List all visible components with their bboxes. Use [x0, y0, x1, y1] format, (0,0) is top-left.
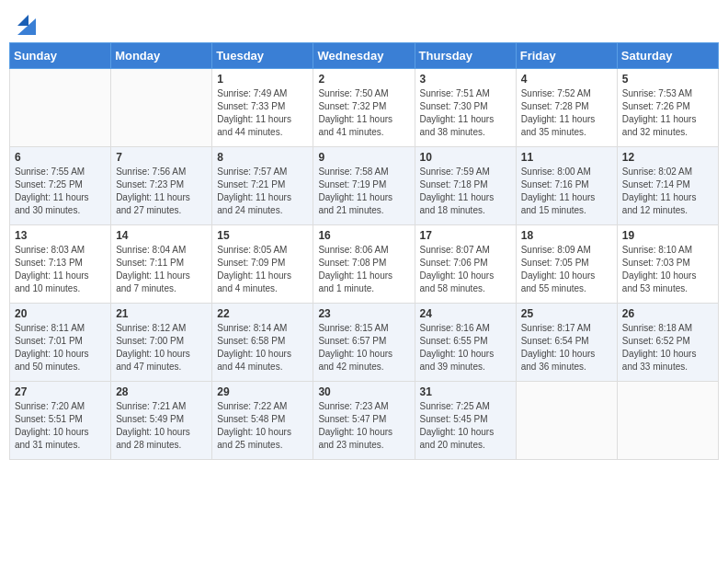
calendar-day-cell: 11Sunrise: 8:00 AM Sunset: 7:16 PM Dayli… — [516, 147, 617, 225]
day-number: 7 — [116, 151, 207, 164]
day-info: Sunrise: 8:03 AM Sunset: 7:13 PM Dayligh… — [15, 244, 106, 295]
calendar-day-cell: 6Sunrise: 7:55 AM Sunset: 7:25 PM Daylig… — [10, 147, 111, 225]
day-number: 4 — [521, 73, 612, 86]
day-info: Sunrise: 8:18 AM Sunset: 6:52 PM Dayligh… — [622, 322, 713, 373]
day-info: Sunrise: 7:50 AM Sunset: 7:32 PM Dayligh… — [318, 87, 409, 139]
calendar-day-cell: 26Sunrise: 8:18 AM Sunset: 6:52 PM Dayli… — [617, 304, 718, 382]
day-number: 13 — [15, 229, 106, 242]
calendar-empty-cell — [617, 382, 718, 460]
day-number: 28 — [116, 385, 207, 398]
calendar-empty-cell — [516, 382, 617, 460]
calendar-day-cell: 13Sunrise: 8:03 AM Sunset: 7:13 PM Dayli… — [10, 225, 111, 304]
logo — [14, 9, 36, 35]
calendar-day-cell: 14Sunrise: 8:04 AM Sunset: 7:11 PM Dayli… — [111, 225, 212, 304]
day-info: Sunrise: 8:12 AM Sunset: 7:00 PM Dayligh… — [116, 322, 207, 373]
day-number: 21 — [116, 307, 207, 320]
svg-marker-1 — [17, 15, 28, 26]
calendar-day-cell: 31Sunrise: 7:25 AM Sunset: 5:45 PM Dayli… — [415, 382, 516, 460]
day-info: Sunrise: 7:25 AM Sunset: 5:45 PM Dayligh… — [420, 400, 511, 452]
day-info: Sunrise: 7:22 AM Sunset: 5:48 PM Dayligh… — [217, 400, 308, 452]
day-info: Sunrise: 8:16 AM Sunset: 6:55 PM Dayligh… — [420, 322, 511, 373]
calendar-day-cell: 9Sunrise: 7:58 AM Sunset: 7:19 PM Daylig… — [313, 147, 415, 225]
calendar-day-cell: 8Sunrise: 7:57 AM Sunset: 7:21 PM Daylig… — [212, 147, 313, 225]
calendar-empty-cell — [111, 69, 212, 147]
day-number: 16 — [318, 229, 409, 242]
calendar-day-cell: 4Sunrise: 7:52 AM Sunset: 7:28 PM Daylig… — [516, 69, 617, 147]
day-info: Sunrise: 7:23 AM Sunset: 5:47 PM Dayligh… — [318, 400, 409, 452]
day-of-week-header: Thursday — [415, 43, 516, 69]
day-number: 1 — [217, 73, 308, 86]
calendar-day-cell: 3Sunrise: 7:51 AM Sunset: 7:30 PM Daylig… — [415, 69, 516, 147]
day-number: 19 — [622, 229, 713, 242]
day-number: 27 — [15, 385, 106, 398]
day-number: 14 — [116, 229, 207, 242]
day-info: Sunrise: 7:49 AM Sunset: 7:33 PM Dayligh… — [217, 87, 308, 139]
calendar-day-cell: 17Sunrise: 8:07 AM Sunset: 7:06 PM Dayli… — [415, 225, 516, 304]
calendar-day-cell: 16Sunrise: 8:06 AM Sunset: 7:08 PM Dayli… — [313, 225, 415, 304]
day-info: Sunrise: 8:15 AM Sunset: 6:57 PM Dayligh… — [318, 322, 409, 373]
day-info: Sunrise: 8:06 AM Sunset: 7:08 PM Dayligh… — [318, 244, 409, 295]
calendar-table: SundayMondayTuesdayWednesdayThursdayFrid… — [9, 42, 719, 460]
calendar-day-cell: 24Sunrise: 8:16 AM Sunset: 6:55 PM Dayli… — [415, 304, 516, 382]
day-number: 3 — [420, 73, 511, 86]
day-of-week-header: Sunday — [10, 43, 111, 69]
calendar-day-cell: 28Sunrise: 7:21 AM Sunset: 5:49 PM Dayli… — [111, 382, 212, 460]
day-number: 29 — [217, 385, 308, 398]
calendar-day-cell: 23Sunrise: 8:15 AM Sunset: 6:57 PM Dayli… — [313, 304, 415, 382]
day-info: Sunrise: 7:58 AM Sunset: 7:19 PM Dayligh… — [318, 166, 409, 217]
calendar-week-row: 13Sunrise: 8:03 AM Sunset: 7:13 PM Dayli… — [10, 225, 719, 304]
day-number: 15 — [217, 229, 308, 242]
calendar-week-row: 1Sunrise: 7:49 AM Sunset: 7:33 PM Daylig… — [10, 69, 719, 147]
day-info: Sunrise: 8:05 AM Sunset: 7:09 PM Dayligh… — [217, 244, 308, 295]
day-info: Sunrise: 7:20 AM Sunset: 5:51 PM Dayligh… — [15, 400, 106, 452]
day-info: Sunrise: 8:07 AM Sunset: 7:06 PM Dayligh… — [420, 244, 511, 295]
calendar-day-cell: 7Sunrise: 7:56 AM Sunset: 7:23 PM Daylig… — [111, 147, 212, 225]
calendar-day-cell: 10Sunrise: 7:59 AM Sunset: 7:18 PM Dayli… — [415, 147, 516, 225]
day-info: Sunrise: 8:11 AM Sunset: 7:01 PM Dayligh… — [15, 322, 106, 373]
day-number: 24 — [420, 307, 511, 320]
day-number: 26 — [622, 307, 713, 320]
calendar-empty-cell — [10, 69, 111, 147]
day-info: Sunrise: 7:55 AM Sunset: 7:25 PM Dayligh… — [15, 166, 106, 217]
calendar-day-cell: 5Sunrise: 7:53 AM Sunset: 7:26 PM Daylig… — [617, 69, 718, 147]
calendar-day-cell: 18Sunrise: 8:09 AM Sunset: 7:05 PM Dayli… — [516, 225, 617, 304]
day-number: 2 — [318, 73, 409, 86]
calendar-week-row: 20Sunrise: 8:11 AM Sunset: 7:01 PM Dayli… — [10, 304, 719, 382]
day-number: 12 — [622, 151, 713, 164]
day-number: 30 — [318, 385, 409, 398]
calendar-week-row: 6Sunrise: 7:55 AM Sunset: 7:25 PM Daylig… — [10, 147, 719, 225]
calendar-day-cell: 30Sunrise: 7:23 AM Sunset: 5:47 PM Dayli… — [313, 382, 415, 460]
calendar-day-cell: 25Sunrise: 8:17 AM Sunset: 6:54 PM Dayli… — [516, 304, 617, 382]
day-number: 9 — [318, 151, 409, 164]
day-number: 5 — [622, 73, 713, 86]
day-number: 11 — [521, 151, 612, 164]
calendar-day-cell: 21Sunrise: 8:12 AM Sunset: 7:00 PM Dayli… — [111, 304, 212, 382]
calendar-day-cell: 29Sunrise: 7:22 AM Sunset: 5:48 PM Dayli… — [212, 382, 313, 460]
calendar-day-cell: 12Sunrise: 8:02 AM Sunset: 7:14 PM Dayli… — [617, 147, 718, 225]
day-number: 22 — [217, 307, 308, 320]
day-info: Sunrise: 8:09 AM Sunset: 7:05 PM Dayligh… — [521, 244, 612, 295]
calendar-day-cell: 2Sunrise: 7:50 AM Sunset: 7:32 PM Daylig… — [313, 69, 415, 147]
calendar-day-cell: 27Sunrise: 7:20 AM Sunset: 5:51 PM Dayli… — [10, 382, 111, 460]
day-number: 18 — [521, 229, 612, 242]
calendar-day-cell: 19Sunrise: 8:10 AM Sunset: 7:03 PM Dayli… — [617, 225, 718, 304]
day-info: Sunrise: 8:04 AM Sunset: 7:11 PM Dayligh… — [116, 244, 207, 295]
day-info: Sunrise: 8:10 AM Sunset: 7:03 PM Dayligh… — [622, 244, 713, 295]
day-number: 25 — [521, 307, 612, 320]
logo-icon — [17, 9, 36, 35]
day-info: Sunrise: 7:56 AM Sunset: 7:23 PM Dayligh… — [116, 166, 207, 217]
day-info: Sunrise: 8:14 AM Sunset: 6:58 PM Dayligh… — [217, 322, 308, 373]
day-info: Sunrise: 7:59 AM Sunset: 7:18 PM Dayligh… — [420, 166, 511, 217]
day-number: 20 — [15, 307, 106, 320]
day-number: 10 — [420, 151, 511, 164]
day-number: 23 — [318, 307, 409, 320]
calendar-day-cell: 1Sunrise: 7:49 AM Sunset: 7:33 PM Daylig… — [212, 69, 313, 147]
day-info: Sunrise: 8:02 AM Sunset: 7:14 PM Dayligh… — [622, 166, 713, 217]
day-number: 8 — [217, 151, 308, 164]
day-info: Sunrise: 7:51 AM Sunset: 7:30 PM Dayligh… — [420, 87, 511, 139]
day-of-week-header: Wednesday — [313, 43, 415, 69]
day-number: 17 — [420, 229, 511, 242]
day-info: Sunrise: 7:52 AM Sunset: 7:28 PM Dayligh… — [521, 87, 612, 139]
calendar-header-row: SundayMondayTuesdayWednesdayThursdayFrid… — [10, 43, 719, 69]
day-info: Sunrise: 8:00 AM Sunset: 7:16 PM Dayligh… — [521, 166, 612, 217]
